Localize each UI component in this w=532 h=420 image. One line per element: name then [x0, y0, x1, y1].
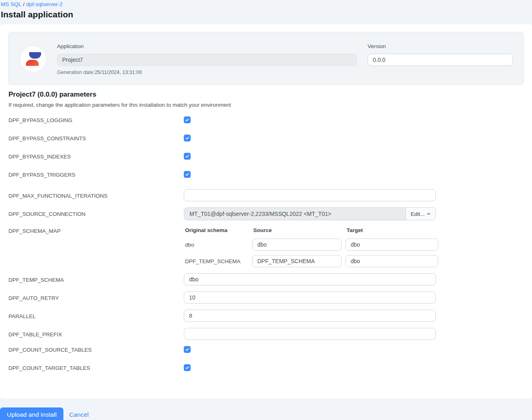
checkmark-icon — [185, 347, 189, 352]
param-row-dpf-bypass-indexes: DPF_BYPASS_INDEXES — [8, 153, 524, 165]
schema-map-original-dpf-temp-schema: DPF_TEMP_SCHEMA — [184, 258, 248, 264]
checkbox-dpf-count-source-tables[interactable] — [184, 346, 191, 353]
schema-map-header-target: Target — [345, 226, 438, 234]
parameters-section-subheading: If required, change the application para… — [8, 102, 524, 108]
dpf-temp-schema-input[interactable] — [184, 273, 436, 285]
checkmark-icon — [185, 136, 189, 140]
param-label: DPF_BYPASS_LOGGING — [8, 116, 184, 124]
param-label: DPF_BYPASS_CONSTRAINTS — [8, 135, 184, 142]
cancel-link[interactable]: Cancel — [69, 407, 88, 418]
schema-map-source-input-dpf-temp-schema[interactable] — [252, 255, 342, 267]
parameters-section-heading: Project7 (0.0.0) parameters — [8, 91, 524, 99]
checkbox-dpf-bypass-logging[interactable] — [184, 116, 191, 123]
param-label: DPF_SOURCE_CONNECTION — [8, 207, 184, 217]
param-row-dpf-bypass-triggers: DPF_BYPASS_TRIGGERS — [8, 171, 524, 183]
param-label: DPF_BYPASS_INDEXES — [8, 153, 184, 160]
checkmark-icon — [185, 365, 189, 370]
application-input — [57, 54, 357, 66]
page-footer: Upload and install Cancel — [0, 407, 532, 420]
param-row-dpf-schema-map: DPF_SCHEMA_MAP Original schema Source Ta… — [8, 226, 524, 267]
breadcrumb: MS SQL/dpf-sqlserver-2 — [1, 1, 532, 8]
dpf-auto-retry-input[interactable] — [184, 291, 436, 304]
param-row-dpf-table-prefix: DPF_TABLE_PREFIX — [8, 328, 524, 340]
generation-date: Generation date:25/11/2024, 13:31:00 — [57, 70, 357, 75]
param-row-dpf-source-connection: DPF_SOURCE_CONNECTION MT_T01@dpf-sqlserv… — [8, 207, 524, 220]
checkmark-icon — [185, 154, 189, 158]
param-label: PARALLEL — [8, 310, 184, 320]
param-label: DPF_BYPASS_TRIGGERS — [8, 171, 184, 178]
checkbox-dpf-bypass-indexes[interactable] — [184, 153, 191, 160]
schema-map-header-source: Source — [252, 226, 342, 234]
param-label: DPF_AUTO_RETRY — [8, 291, 184, 302]
schema-map-target-input-dbo[interactable] — [345, 238, 438, 251]
param-label: DPF_TEMP_SCHEMA — [8, 273, 184, 283]
page-header: MS SQL/dpf-sqlserver-2 Install applicati… — [0, 0, 532, 24]
parallel-input[interactable] — [184, 310, 436, 322]
param-row-dpf-temp-schema: DPF_TEMP_SCHEMA — [8, 273, 524, 285]
param-row-dpf-count-source-tables: DPF_COUNT_SOURCE_TABLES — [8, 346, 524, 358]
dpf-table-prefix-input[interactable] — [184, 328, 436, 340]
upload-and-install-button[interactable]: Upload and install — [0, 407, 63, 420]
checkbox-dpf-count-target-tables[interactable] — [184, 364, 191, 371]
source-connection-group: MT_T01@dpf-sqlserver-2,2233/MSSQL2022 <M… — [184, 207, 436, 220]
schema-map-table: Original schema Source Target dbo DPF_TE… — [184, 226, 438, 267]
generation-date-value: 25/11/2024, 13:31:00 — [95, 70, 142, 75]
param-row-dpf-count-target-tables: DPF_COUNT_TARGET_TABLES — [8, 364, 524, 376]
parameters-list: DPF_BYPASS_LOGGING DPF_BYPASS_CONSTRAINT… — [8, 116, 524, 376]
param-row-dpf-bypass-logging: DPF_BYPASS_LOGGING — [8, 116, 524, 129]
checkbox-dpf-bypass-constraints[interactable] — [184, 135, 191, 141]
application-label: Application — [57, 43, 357, 49]
edit-connection-label: Edit... — [411, 211, 425, 217]
param-row-dpf-max-functional-iterations: DPF_MAX_FUNCTIONAL_ITERATIONS — [8, 189, 524, 201]
version-label: Version — [368, 43, 513, 49]
dpf-max-functional-iterations-input[interactable] — [184, 189, 436, 201]
generation-date-label: Generation date: — [57, 70, 95, 75]
source-connection-value: MT_T01@dpf-sqlserver-2,2233/MSSQL2022 <M… — [184, 208, 406, 220]
param-label: DPF_COUNT_TARGET_TABLES — [8, 364, 184, 371]
page-title: Install application — [1, 10, 532, 19]
breadcrumb-separator: / — [23, 1, 25, 7]
checkbox-dpf-bypass-triggers[interactable] — [184, 171, 191, 178]
chevron-up-icon — [427, 212, 431, 216]
edit-connection-button[interactable]: Edit... — [406, 208, 435, 220]
version-input[interactable] — [368, 54, 513, 66]
checkmark-icon — [185, 172, 189, 177]
schema-map-original-dbo: dbo — [184, 242, 248, 248]
schema-map-target-input-dpf-temp-schema[interactable] — [345, 255, 438, 267]
param-label: DPF_COUNT_SOURCE_TABLES — [8, 346, 184, 353]
param-label: DPF_MAX_FUNCTIONAL_ITERATIONS — [8, 189, 184, 199]
checkmark-icon — [185, 118, 189, 122]
main-panel: Application Generation date:25/11/2024, … — [0, 24, 532, 399]
application-card: Application Generation date:25/11/2024, … — [8, 32, 524, 85]
param-label: DPF_TABLE_PREFIX — [8, 328, 184, 338]
application-logo-icon — [20, 46, 46, 72]
param-label: DPF_SCHEMA_MAP — [8, 226, 184, 234]
param-row-parallel: PARALLEL — [8, 310, 524, 322]
schema-map-header-original: Original schema — [184, 226, 248, 234]
breadcrumb-link-dpf-sqlserver-2[interactable]: dpf-sqlserver-2 — [26, 1, 63, 7]
breadcrumb-link-ms-sql[interactable]: MS SQL — [1, 1, 21, 7]
param-row-dpf-auto-retry: DPF_AUTO_RETRY — [8, 291, 524, 304]
logo-glyph — [26, 52, 41, 66]
param-row-dpf-bypass-constraints: DPF_BYPASS_CONSTRAINTS — [8, 135, 524, 147]
schema-map-source-input-dbo[interactable] — [252, 238, 342, 251]
